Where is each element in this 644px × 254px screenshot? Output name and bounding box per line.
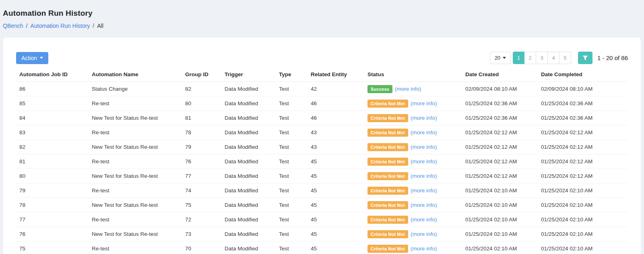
job-id-cell: 82 xyxy=(16,140,89,154)
name-cell: New Test for Status Re-test xyxy=(89,169,182,183)
page-size-value: 20 xyxy=(495,55,500,61)
status-badge: Success xyxy=(367,85,392,93)
toolbar: Action 20 12345 1 - 20 of 86 xyxy=(16,52,628,64)
table-row: 86Status Change82Data ModifiedTest42Succ… xyxy=(16,82,628,96)
more-info-link[interactable]: (more info) xyxy=(411,144,437,150)
date-completed-cell: 01/25/2024 02:36 AM xyxy=(538,96,628,111)
related-entity-cell: 46 xyxy=(308,111,364,125)
related-entity-cell: 42 xyxy=(308,82,364,96)
status-cell: Criteria Not Met(more info) xyxy=(364,227,462,242)
page-size-dropdown[interactable]: 20 xyxy=(490,52,511,64)
more-info-link[interactable]: (more info) xyxy=(411,158,437,164)
name-cell: Status Change xyxy=(89,82,182,96)
related-entity-cell: 43 xyxy=(308,140,364,154)
date-completed-cell: 01/25/2024 02:10 AM xyxy=(538,227,628,242)
date-created-cell: 01/25/2024 02:36 AM xyxy=(462,96,538,111)
related-entity-cell: 45 xyxy=(308,242,364,254)
more-info-link[interactable]: (more info) xyxy=(411,187,437,194)
status-badge: Criteria Not Met xyxy=(367,216,408,224)
page-header: Automation Run History QBench/Automation… xyxy=(0,0,644,29)
group-id-cell: 72 xyxy=(182,212,221,227)
status-cell: Criteria Not Met(more info) xyxy=(364,125,462,140)
trigger-cell: Data Modified xyxy=(221,227,276,242)
date-created-cell: 01/25/2024 02:10 AM xyxy=(462,183,538,198)
name-cell: New Test for Status Re-test xyxy=(89,198,182,212)
status-cell: Criteria Not Met(more info) xyxy=(364,140,462,154)
trigger-cell: Data Modified xyxy=(221,242,276,254)
trigger-cell: Data Modified xyxy=(221,198,276,212)
page-button-4[interactable]: 4 xyxy=(548,52,559,64)
name-cell: Re-test xyxy=(89,125,182,140)
trigger-cell: Data Modified xyxy=(221,125,276,140)
more-info-link[interactable]: (more info) xyxy=(411,246,437,252)
related-entity-cell: 45 xyxy=(308,169,364,183)
more-info-link[interactable]: (more info) xyxy=(411,173,437,179)
job-id-cell: 85 xyxy=(16,96,89,111)
table-row: 80New Test for Status Re-test77Data Modi… xyxy=(16,169,628,183)
type-cell: Test xyxy=(276,140,308,154)
filter-button[interactable] xyxy=(578,52,592,64)
job-id-cell: 80 xyxy=(16,169,89,183)
job-id-cell: 75 xyxy=(16,242,89,254)
type-cell: Test xyxy=(276,212,308,227)
table-row: 81Re-test76Data ModifiedTest45Criteria N… xyxy=(16,154,628,169)
date-completed-cell: 01/25/2024 02:12 AM xyxy=(538,140,628,154)
status-cell: Criteria Not Met(more info) xyxy=(364,111,462,125)
trigger-cell: Data Modified xyxy=(221,154,276,169)
date-created-cell: 01/25/2024 02:10 AM xyxy=(462,198,538,212)
name-cell: Re-test xyxy=(89,96,182,111)
status-cell: Criteria Not Met(more info) xyxy=(364,183,462,198)
type-cell: Test xyxy=(276,169,308,183)
more-info-link[interactable]: (more info) xyxy=(411,115,437,121)
more-info-link[interactable]: (more info) xyxy=(411,217,437,223)
page-button-2[interactable]: 2 xyxy=(524,52,536,64)
page-button-3[interactable]: 3 xyxy=(536,52,548,64)
status-badge: Criteria Not Met xyxy=(367,201,408,209)
trigger-cell: Data Modified xyxy=(221,140,276,154)
type-cell: Test xyxy=(276,111,308,125)
breadcrumb-item[interactable]: QBench xyxy=(3,23,23,29)
action-button[interactable]: Action xyxy=(16,52,48,64)
more-info-link[interactable]: (more info) xyxy=(395,86,421,92)
column-header: Trigger xyxy=(221,68,276,82)
group-id-cell: 75 xyxy=(182,198,221,212)
status-cell: Criteria Not Met(more info) xyxy=(364,198,462,212)
job-id-cell: 76 xyxy=(16,227,89,242)
related-entity-cell: 43 xyxy=(308,125,364,140)
result-range: 1 - 20 of 86 xyxy=(597,54,628,61)
trigger-cell: Data Modified xyxy=(221,82,276,96)
group-id-cell: 79 xyxy=(182,140,221,154)
date-completed-cell: 01/25/2024 02:10 AM xyxy=(538,198,628,212)
status-badge: Criteria Not Met xyxy=(367,114,408,122)
status-cell: Criteria Not Met(more info) xyxy=(364,154,462,169)
group-id-cell: 76 xyxy=(182,154,221,169)
date-completed-cell: 02/09/2024 08:10 AM xyxy=(538,82,628,96)
pagination: 12345 xyxy=(513,52,571,64)
breadcrumb: QBench/Automation Run History/All xyxy=(3,23,641,29)
trigger-cell: Data Modified xyxy=(221,212,276,227)
column-header: Automation Name xyxy=(89,68,182,82)
date-created-cell: 01/25/2024 02:12 AM xyxy=(462,169,538,183)
type-cell: Test xyxy=(276,125,308,140)
status-cell: Criteria Not Met(more info) xyxy=(364,96,462,111)
group-id-cell: 81 xyxy=(182,111,221,125)
status-badge: Criteria Not Met xyxy=(367,172,408,180)
date-completed-cell: 01/25/2024 02:10 AM xyxy=(538,212,628,227)
more-info-link[interactable]: (more info) xyxy=(411,129,437,135)
status-badge: Criteria Not Met xyxy=(367,245,408,253)
more-info-link[interactable]: (more info) xyxy=(411,202,437,208)
related-entity-cell: 45 xyxy=(308,198,364,212)
date-created-cell: 02/09/2024 08:10 AM xyxy=(462,82,538,96)
breadcrumb-item[interactable]: Automation Run History xyxy=(30,23,90,29)
job-id-cell: 83 xyxy=(16,125,89,140)
page-button-5[interactable]: 5 xyxy=(559,52,571,64)
trigger-cell: Data Modified xyxy=(221,169,276,183)
more-info-link[interactable]: (more info) xyxy=(411,100,437,106)
more-info-link[interactable]: (more info) xyxy=(411,231,437,237)
table-row: 85Re-test80Data ModifiedTest46Criteria N… xyxy=(16,96,628,111)
type-cell: Test xyxy=(276,242,308,254)
table-card: Action 20 12345 1 - 20 of 86 Automation … xyxy=(3,37,641,254)
related-entity-cell: 45 xyxy=(308,183,364,198)
related-entity-cell: 45 xyxy=(308,227,364,242)
page-button-1[interactable]: 1 xyxy=(513,52,524,64)
